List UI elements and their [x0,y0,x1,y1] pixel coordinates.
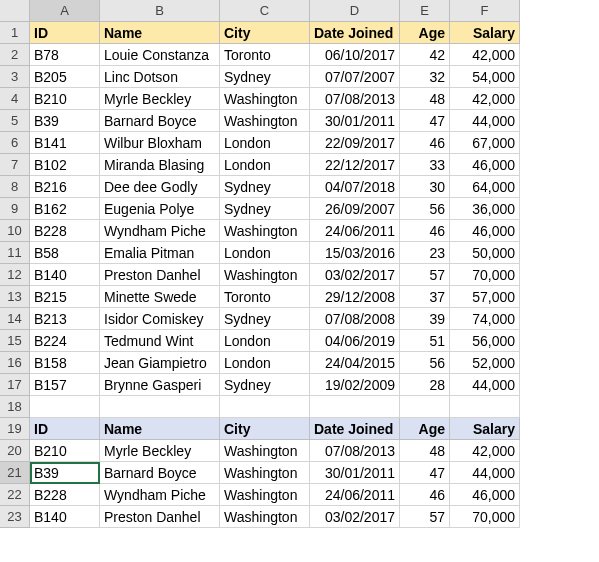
cell-F6[interactable]: 67,000 [450,132,520,154]
cell-D18[interactable] [310,396,400,418]
cell-C11[interactable]: London [220,242,310,264]
cell-B18[interactable] [100,396,220,418]
row-header-17[interactable]: 17 [0,374,30,396]
cell-A8[interactable]: B216 [30,176,100,198]
cell-F16[interactable]: 52,000 [450,352,520,374]
cell-A2[interactable]: B78 [30,44,100,66]
cell-B2[interactable]: Louie Constanza [100,44,220,66]
cell-B4[interactable]: Myrle Beckley [100,88,220,110]
row-header-10[interactable]: 10 [0,220,30,242]
cell-C3[interactable]: Sydney [220,66,310,88]
cell-F10[interactable]: 46,000 [450,220,520,242]
cell-C13[interactable]: Toronto [220,286,310,308]
cell-D3[interactable]: 07/07/2007 [310,66,400,88]
cell-D6[interactable]: 22/09/2017 [310,132,400,154]
cell-F18[interactable] [450,396,520,418]
cell-E6[interactable]: 46 [400,132,450,154]
cell-B15[interactable]: Tedmund Wint [100,330,220,352]
cell-E2[interactable]: 42 [400,44,450,66]
cell-B13[interactable]: Minette Swede [100,286,220,308]
cell-E17[interactable]: 28 [400,374,450,396]
cell-C7[interactable]: London [220,154,310,176]
cell-D7[interactable]: 22/12/2017 [310,154,400,176]
cell-C2[interactable]: Toronto [220,44,310,66]
cell-A23[interactable]: B140 [30,506,100,528]
cell-B14[interactable]: Isidor Comiskey [100,308,220,330]
cell-D15[interactable]: 04/06/2019 [310,330,400,352]
cell-F14[interactable]: 74,000 [450,308,520,330]
cell-F9[interactable]: 36,000 [450,198,520,220]
cell-F23[interactable]: 70,000 [450,506,520,528]
cell-E23[interactable]: 57 [400,506,450,528]
cell-E13[interactable]: 37 [400,286,450,308]
cell-C5[interactable]: Washington [220,110,310,132]
row-header-2[interactable]: 2 [0,44,30,66]
cell-A6[interactable]: B141 [30,132,100,154]
cell-F13[interactable]: 57,000 [450,286,520,308]
cell-C17[interactable]: Sydney [220,374,310,396]
cell-F3[interactable]: 54,000 [450,66,520,88]
cell-C18[interactable] [220,396,310,418]
cell-E15[interactable]: 51 [400,330,450,352]
cell-E19[interactable]: Age [400,418,450,440]
cell-A5[interactable]: B39 [30,110,100,132]
cell-B12[interactable]: Preston Danhel [100,264,220,286]
cell-F1[interactable]: Salary [450,22,520,44]
row-header-3[interactable]: 3 [0,66,30,88]
cell-A19[interactable]: ID [30,418,100,440]
cell-B17[interactable]: Brynne Gasperi [100,374,220,396]
cell-D1[interactable]: Date Joined [310,22,400,44]
cell-A13[interactable]: B215 [30,286,100,308]
cell-D4[interactable]: 07/08/2013 [310,88,400,110]
cell-A16[interactable]: B158 [30,352,100,374]
cell-C23[interactable]: Washington [220,506,310,528]
cell-B9[interactable]: Eugenia Polye [100,198,220,220]
cell-A14[interactable]: B213 [30,308,100,330]
cell-C14[interactable]: Sydney [220,308,310,330]
cell-D19[interactable]: Date Joined [310,418,400,440]
cell-A1[interactable]: ID [30,22,100,44]
cell-D17[interactable]: 19/02/2009 [310,374,400,396]
select-all-corner[interactable] [0,0,30,22]
row-header-13[interactable]: 13 [0,286,30,308]
cell-B19[interactable]: Name [100,418,220,440]
cell-A3[interactable]: B205 [30,66,100,88]
cell-B6[interactable]: Wilbur Bloxham [100,132,220,154]
row-header-19[interactable]: 19 [0,418,30,440]
cell-C16[interactable]: London [220,352,310,374]
cell-A4[interactable]: B210 [30,88,100,110]
cell-E20[interactable]: 48 [400,440,450,462]
cell-D23[interactable]: 03/02/2017 [310,506,400,528]
cell-C22[interactable]: Washington [220,484,310,506]
cell-F4[interactable]: 42,000 [450,88,520,110]
cell-F8[interactable]: 64,000 [450,176,520,198]
cell-B11[interactable]: Emalia Pitman [100,242,220,264]
cell-C15[interactable]: London [220,330,310,352]
cell-E16[interactable]: 56 [400,352,450,374]
cell-F12[interactable]: 70,000 [450,264,520,286]
cell-E4[interactable]: 48 [400,88,450,110]
row-header-6[interactable]: 6 [0,132,30,154]
cell-C8[interactable]: Sydney [220,176,310,198]
cell-E12[interactable]: 57 [400,264,450,286]
row-header-23[interactable]: 23 [0,506,30,528]
cell-B7[interactable]: Miranda Blasing [100,154,220,176]
cell-E11[interactable]: 23 [400,242,450,264]
cell-D2[interactable]: 06/10/2017 [310,44,400,66]
cell-F7[interactable]: 46,000 [450,154,520,176]
cell-E9[interactable]: 56 [400,198,450,220]
cell-F22[interactable]: 46,000 [450,484,520,506]
cell-F11[interactable]: 50,000 [450,242,520,264]
cell-F2[interactable]: 42,000 [450,44,520,66]
cell-C19[interactable]: City [220,418,310,440]
cell-C9[interactable]: Sydney [220,198,310,220]
cell-D22[interactable]: 24/06/2011 [310,484,400,506]
cell-D20[interactable]: 07/08/2013 [310,440,400,462]
cell-B16[interactable]: Jean Giampietro [100,352,220,374]
cell-E22[interactable]: 46 [400,484,450,506]
cell-E14[interactable]: 39 [400,308,450,330]
row-header-12[interactable]: 12 [0,264,30,286]
cell-A21[interactable]: B39 [30,462,100,484]
cell-F15[interactable]: 56,000 [450,330,520,352]
cell-F20[interactable]: 42,000 [450,440,520,462]
